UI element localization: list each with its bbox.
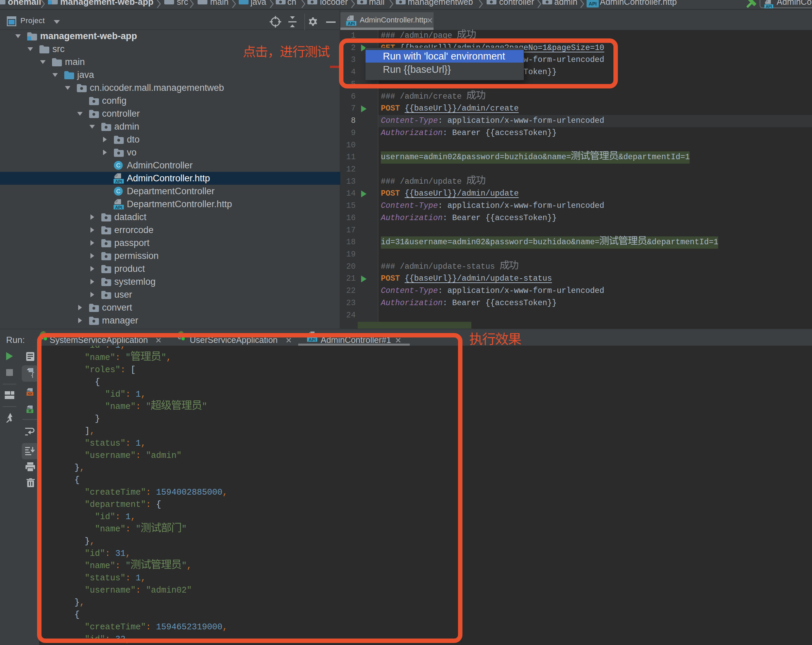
svg-text:API: API — [766, 5, 772, 9]
svg-text:API: API — [589, 1, 597, 6]
svg-text:API: API — [348, 21, 355, 26]
svg-text:API: API — [115, 179, 122, 184]
svg-text:API: API — [115, 205, 122, 210]
svg-text:C: C — [116, 188, 121, 194]
svg-text:C: C — [116, 162, 121, 169]
